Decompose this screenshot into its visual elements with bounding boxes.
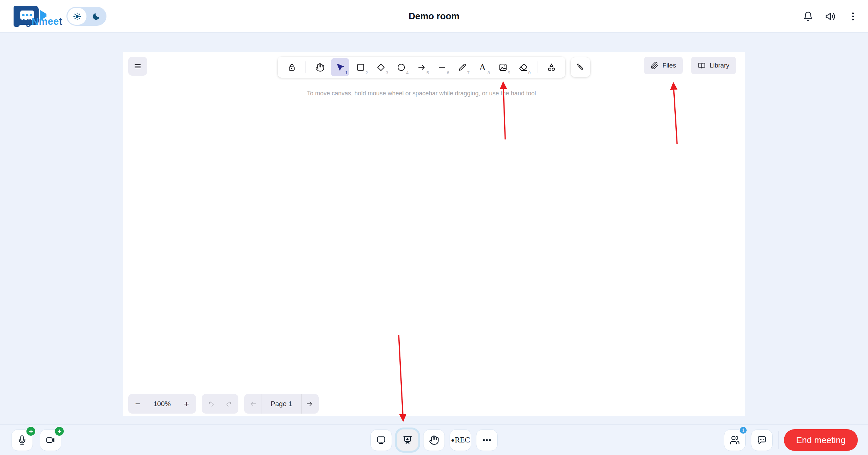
- plus-icon: [57, 429, 62, 434]
- end-meeting-button[interactable]: End meeting: [784, 429, 858, 451]
- sun-icon: [73, 12, 82, 21]
- previous-page-button[interactable]: [245, 394, 261, 414]
- chat-button[interactable]: [751, 429, 773, 451]
- cursor-icon: [336, 63, 345, 72]
- tool-text[interactable]: A 8: [473, 58, 492, 76]
- media-controls: [11, 429, 61, 451]
- toolbar-divider: [537, 61, 537, 73]
- header: lugNmeet Demo room: [0, 0, 868, 33]
- moon-icon: [92, 12, 101, 21]
- arrow-right-icon: [305, 400, 314, 408]
- drawing-toolbar: 1 2 3 4: [278, 57, 565, 78]
- raised-hand-icon: [429, 435, 439, 445]
- page-indicator: Page 1: [261, 400, 301, 408]
- plugnmeet-app: lugNmeet Demo room: [0, 0, 868, 455]
- line-icon: [437, 63, 447, 72]
- library-button[interactable]: Library: [691, 57, 736, 74]
- next-page-button[interactable]: [302, 394, 317, 414]
- tool-shortcut-label: 4: [406, 70, 409, 75]
- canvas-controls: − 100% +: [128, 394, 319, 414]
- camera-icon: [45, 435, 56, 445]
- tool-shortcut-label: 7: [467, 70, 470, 75]
- shapes-icon: [547, 63, 556, 72]
- screen-share-button[interactable]: [370, 429, 392, 451]
- board-actions: Files Library: [644, 57, 736, 74]
- page-navigation: Page 1: [244, 394, 319, 414]
- undo-button[interactable]: [202, 394, 220, 414]
- whiteboard-button[interactable]: [397, 429, 418, 451]
- tool-shortcut-label: 9: [508, 70, 510, 75]
- more-options-button[interactable]: [846, 9, 860, 23]
- speaker-button[interactable]: [823, 9, 837, 23]
- brand-seg: lug: [16, 16, 32, 27]
- files-label: Files: [663, 62, 676, 69]
- tool-image[interactable]: 9: [494, 58, 512, 76]
- whiteboard-canvas[interactable]: 1 2 3 4: [123, 52, 745, 416]
- zoom-out-button[interactable]: −: [130, 394, 146, 414]
- ellipse-icon: [397, 63, 406, 72]
- undo-icon: [208, 400, 215, 407]
- redo-icon: [225, 400, 233, 407]
- notifications-button[interactable]: [801, 9, 815, 23]
- book-icon: [698, 62, 706, 70]
- page-title: Demo room: [409, 11, 459, 21]
- history-controls: [202, 394, 238, 414]
- tool-line[interactable]: 6: [433, 58, 451, 76]
- brand-seg: Nmee: [32, 16, 59, 27]
- chat-icon: [757, 435, 767, 445]
- tool-diamond[interactable]: 3: [372, 58, 390, 76]
- toolbar-divider: [305, 61, 306, 73]
- text-tool-icon: A: [479, 63, 486, 72]
- monitor-icon: [376, 435, 386, 445]
- plus-icon: [28, 429, 34, 434]
- record-label: REC: [455, 436, 470, 444]
- eraser-icon: [519, 63, 528, 72]
- recording-button[interactable]: ●REC: [450, 429, 471, 451]
- zoom-in-button[interactable]: +: [178, 394, 195, 414]
- add-microphone-badge[interactable]: [26, 426, 36, 436]
- files-button[interactable]: Files: [644, 57, 683, 74]
- dark-theme-option[interactable]: [86, 8, 105, 25]
- pencil-icon: [458, 63, 467, 72]
- more-controls-button[interactable]: [476, 429, 498, 451]
- zoom-level[interactable]: 100%: [146, 400, 178, 408]
- theme-toggle[interactable]: [66, 7, 106, 26]
- whiteboard-icon: [402, 435, 413, 445]
- redo-button[interactable]: [220, 394, 238, 414]
- tool-ellipse[interactable]: 4: [392, 58, 410, 76]
- camera-button[interactable]: [40, 429, 61, 451]
- tool-shortcut-label: 8: [488, 70, 490, 75]
- arrow-icon: [417, 63, 426, 72]
- lock-open-icon: [287, 63, 296, 72]
- light-theme-option[interactable]: [67, 8, 86, 25]
- canvas-hint-text: To move canvas, hold mouse wheel or spac…: [307, 90, 536, 97]
- tool-rectangle[interactable]: 2: [351, 58, 370, 76]
- tool-draw[interactable]: 7: [453, 58, 471, 76]
- app-logo: lugNmeet: [9, 5, 66, 27]
- tool-more-shapes[interactable]: [542, 58, 560, 76]
- participants-button[interactable]: 1: [724, 429, 746, 451]
- tool-shortcut-label: 2: [366, 70, 368, 75]
- meeting-controls: ●REC: [370, 429, 498, 451]
- laser-pointer-button[interactable]: [571, 57, 590, 77]
- participants-icon: [730, 435, 740, 445]
- brand-seg: t: [59, 16, 62, 27]
- laser-pointer-icon: [576, 63, 585, 72]
- tool-shortcut-label: 6: [447, 70, 449, 75]
- tool-shortcut-label: 1: [345, 70, 348, 75]
- tool-selection[interactable]: 1: [331, 58, 349, 76]
- tool-hand[interactable]: [311, 58, 329, 76]
- tool-eraser[interactable]: 0: [514, 58, 532, 76]
- hand-icon: [315, 63, 324, 72]
- add-camera-badge[interactable]: [54, 426, 64, 436]
- tool-arrow[interactable]: 5: [412, 58, 431, 76]
- tool-shortcut-label: 5: [427, 70, 429, 75]
- microphone-button[interactable]: [11, 429, 33, 451]
- arrow-left-icon: [249, 400, 257, 408]
- raise-hand-button[interactable]: [423, 429, 445, 451]
- rectangle-icon: [356, 63, 365, 72]
- footer-divider: [778, 431, 778, 449]
- tool-lock[interactable]: [282, 58, 301, 76]
- kebab-menu-icon: [848, 11, 858, 22]
- tool-shortcut-label: 0: [528, 70, 531, 75]
